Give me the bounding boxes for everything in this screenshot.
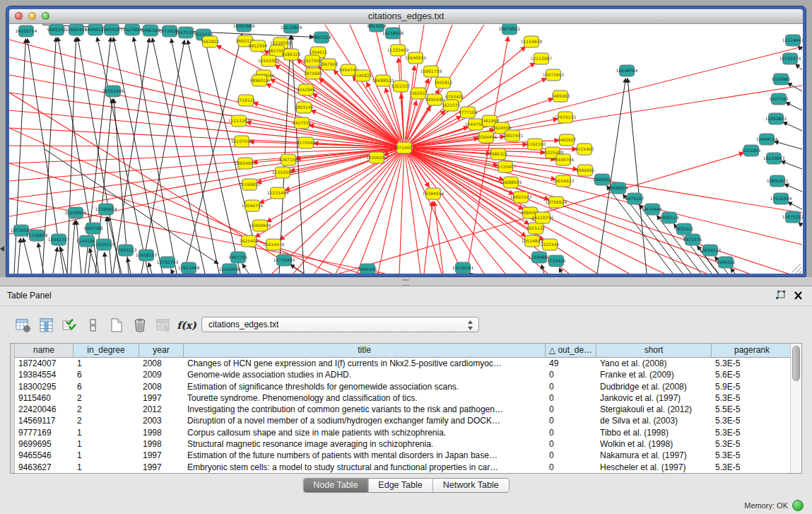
graph-node[interactable]: 17359924 bbox=[95, 204, 117, 215]
graph-node[interactable]: 11675312 bbox=[782, 211, 803, 223]
column-header-out_de[interactable]: △ out_de… bbox=[546, 344, 596, 358]
graph-node[interactable]: 9227343 bbox=[770, 93, 789, 105]
tab-node-table[interactable]: Node Table bbox=[303, 479, 368, 492]
graph-node[interactable]: 9146821 bbox=[353, 70, 372, 81]
table-row[interactable]: 2242004622012Investigating the contribut… bbox=[15, 404, 791, 415]
graph-node[interactable]: 15218506 bbox=[382, 28, 404, 39]
scrollbar-thumb[interactable] bbox=[792, 346, 800, 381]
graph-node[interactable]: 11124047 bbox=[782, 35, 803, 46]
graph-node[interactable]: 16210643 bbox=[763, 153, 785, 164]
canvas-resize-grip-icon[interactable] bbox=[792, 264, 802, 274]
show-columns-button[interactable] bbox=[37, 316, 56, 334]
create-column-button[interactable] bbox=[107, 316, 126, 334]
graph-node[interactable]: 1527602 bbox=[123, 24, 142, 35]
graph-node[interactable]: 10688609 bbox=[500, 177, 522, 188]
table-scrollbar[interactable] bbox=[790, 344, 801, 473]
function-builder-button[interactable]: f(x) bbox=[177, 316, 196, 334]
graph-node[interactable]: 2935114 bbox=[660, 212, 679, 223]
table-row[interactable]: 1456911722003Disruption of a novel membe… bbox=[15, 415, 791, 426]
memory-ok-indicator[interactable] bbox=[792, 500, 804, 511]
graph-node[interactable]: 12213987 bbox=[531, 53, 553, 64]
graph-node[interactable]: 7986322 bbox=[489, 148, 508, 160]
column-header-pagerank[interactable]: pagerank bbox=[712, 344, 793, 358]
delete-column-button[interactable] bbox=[131, 316, 149, 334]
column-header-short[interactable]: short bbox=[596, 344, 712, 358]
network-view-window[interactable]: citations_edges.txt 24055714956015622691… bbox=[6, 6, 806, 277]
graph-node[interactable]: 18495766 bbox=[553, 154, 575, 165]
graph-node[interactable]: 8322037 bbox=[392, 81, 411, 92]
graph-node[interactable]: 16961758 bbox=[420, 66, 442, 77]
graph-node[interactable]: 10655287 bbox=[101, 24, 123, 35]
graph-node[interactable]: 8215955 bbox=[742, 145, 761, 156]
graph-node[interactable]: 19384554 bbox=[423, 188, 445, 199]
graph-node[interactable]: 9465546 bbox=[358, 264, 377, 274]
graph-node[interactable]: 9245652 bbox=[717, 257, 736, 268]
column-header-name[interactable]: name bbox=[15, 344, 73, 358]
graph-node[interactable]: 18107553 bbox=[231, 136, 253, 147]
graph-node[interactable]: 1733426 bbox=[547, 255, 566, 267]
graph-node[interactable]: 7485063 bbox=[551, 90, 570, 102]
graph-node[interactable]: 12093832 bbox=[765, 113, 787, 124]
graph-node[interactable]: 16033809 bbox=[281, 24, 302, 33]
graph-node[interactable]: 1621075 bbox=[442, 100, 461, 111]
deselect-rows-button[interactable] bbox=[84, 316, 102, 334]
graph-node[interactable]: 7625402 bbox=[240, 235, 259, 247]
table-mode-button[interactable] bbox=[14, 316, 33, 334]
panel-splitter[interactable] bbox=[0, 277, 812, 286]
tab-network-table[interactable]: Network Table bbox=[433, 479, 509, 492]
graph-node[interactable]: 18300295 bbox=[366, 152, 388, 163]
column-header-year[interactable]: year bbox=[139, 344, 184, 358]
graph-node[interactable]: 8466160 bbox=[141, 25, 160, 36]
graph-node[interactable]: 12444154 bbox=[756, 134, 778, 145]
graph-node[interactable]: 13942737 bbox=[48, 234, 70, 245]
graph-node[interactable]: 16120746 bbox=[532, 212, 554, 223]
graph-node[interactable]: 20876812 bbox=[499, 24, 521, 35]
graph-node[interactable]: 15166852 bbox=[239, 179, 261, 190]
graph-node[interactable]: 9474444 bbox=[643, 204, 662, 215]
table-selector-dropdown[interactable]: citations_edges.txt bbox=[201, 317, 479, 332]
graph-node[interactable]: 12215483 bbox=[267, 187, 289, 199]
table-row[interactable]: 946554611997Estimation of the future num… bbox=[15, 450, 791, 461]
graph-node[interactable]: 16046756 bbox=[242, 200, 264, 211]
graph-node[interactable]: 12923448 bbox=[178, 262, 200, 274]
network-canvas[interactable]: 2405571495601562269140614569117106552871… bbox=[9, 24, 803, 274]
graph-node[interactable]: 16648784 bbox=[616, 65, 638, 76]
graph-node[interactable]: 8938924 bbox=[609, 182, 628, 194]
graph-node[interactable]: 7857224 bbox=[312, 32, 331, 43]
graph-node[interactable]: 11154838 bbox=[521, 36, 543, 47]
graph-node[interactable]: 9097588 bbox=[84, 223, 103, 234]
delete-table-button[interactable] bbox=[154, 316, 172, 334]
graph-node[interactable]: 8186328 bbox=[282, 49, 301, 60]
graph-node[interactable]: 2718126 bbox=[237, 95, 256, 106]
graph-node[interactable]: 14136141 bbox=[452, 262, 474, 274]
graph-node[interactable]: 15892971 bbox=[767, 175, 789, 187]
graph-node[interactable]: 2522544 bbox=[541, 239, 560, 250]
zoom-window-button[interactable] bbox=[42, 12, 49, 20]
graph-node[interactable]: 9457791 bbox=[229, 252, 248, 263]
graph-node[interactable]: 7663822 bbox=[201, 36, 220, 47]
graph-node[interactable]: 10958107 bbox=[136, 250, 158, 261]
graph-node[interactable]: 16640910 bbox=[405, 52, 427, 64]
graph-node[interactable]: 19654923 bbox=[553, 175, 575, 187]
graph-node[interactable]: 8267150 bbox=[279, 154, 298, 165]
close-window-button[interactable] bbox=[15, 12, 23, 20]
graph-node[interactable]: 20364486 bbox=[476, 132, 498, 143]
table-row[interactable]: 1872400712008Changes of HCN gene express… bbox=[15, 358, 791, 369]
table-row[interactable]: 1938455462009Genome-wide association stu… bbox=[15, 369, 791, 380]
graph-node[interactable]: 9777169 bbox=[459, 107, 478, 118]
float-panel-icon[interactable] bbox=[775, 290, 787, 304]
graph-node[interactable]: 15716485 bbox=[273, 255, 295, 266]
table-row[interactable]: 1830029562008Estimation of significance … bbox=[15, 381, 791, 392]
graph-node[interactable]: 2867608 bbox=[319, 59, 339, 70]
graph-node[interactable]: 9242845 bbox=[297, 84, 316, 95]
graph-node[interactable]: 9560156 bbox=[47, 24, 66, 35]
select-all-rows-button[interactable] bbox=[61, 316, 79, 334]
table-row[interactable]: 946362711997Embryonic stem cells: a mode… bbox=[15, 462, 791, 473]
graph-node[interactable]: 7955812 bbox=[434, 77, 453, 88]
graph-node[interactable]: 1840954 bbox=[593, 174, 612, 185]
table-row[interactable]: 911546021997Tourette syndrome. Phenomeno… bbox=[15, 392, 791, 404]
graph-node[interactable]: 12213383 bbox=[228, 115, 250, 127]
table-row[interactable]: 977716911998Corpus callosum shape and si… bbox=[15, 427, 791, 438]
column-header-title[interactable]: title bbox=[184, 344, 546, 358]
graph-node[interactable]: 9115460 bbox=[575, 144, 594, 155]
